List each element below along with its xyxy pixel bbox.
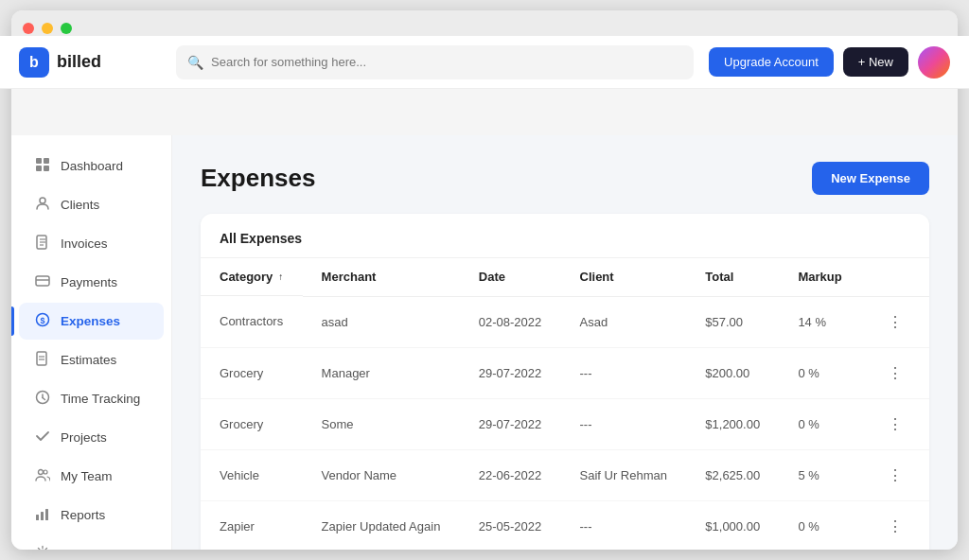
cell-client: Asad xyxy=(561,296,687,347)
sidebar: Dashboard Clients xyxy=(11,135,172,550)
sidebar-item-dashboard[interactable]: Dashboard xyxy=(19,148,164,184)
logo-icon: b xyxy=(19,47,49,78)
clients-icon xyxy=(34,196,51,214)
svg-line-18 xyxy=(43,398,45,400)
table-row: Grocery Some 29-07-2022 --- $1,200.00 0 … xyxy=(201,398,929,449)
cell-merchant: Vendor Name xyxy=(303,449,460,500)
cell-more: ⋮ xyxy=(861,296,929,347)
topbar-actions: Upgrade Account + New xyxy=(709,46,950,79)
sidebar-label-clients: Clients xyxy=(61,198,99,212)
settings-icon xyxy=(34,545,51,550)
svg-rect-9 xyxy=(36,276,49,286)
cell-more: ⋮ xyxy=(861,449,929,500)
cell-client: --- xyxy=(561,398,687,449)
sidebar-item-clients[interactable]: Clients xyxy=(19,186,164,223)
new-button[interactable]: + New xyxy=(843,47,908,77)
logo-text: billed xyxy=(57,52,101,72)
cell-more: ⋮ xyxy=(861,398,929,449)
avatar[interactable] xyxy=(918,46,950,79)
cell-category: Vehicle xyxy=(201,449,303,500)
svg-rect-22 xyxy=(41,512,44,520)
sidebar-label-settings: Settings xyxy=(61,547,107,550)
expenses-table: Category ↑ Merchant Date Client Total Ma… xyxy=(201,258,929,550)
payments-icon xyxy=(34,273,51,291)
table-row: Zapier Zapier Updated Again 25-05-2022 -… xyxy=(201,500,929,550)
row-more-button[interactable]: ⋮ xyxy=(880,463,910,488)
row-more-button[interactable]: ⋮ xyxy=(880,360,910,386)
sidebar-item-projects[interactable]: Projects xyxy=(19,419,164,456)
svg-point-19 xyxy=(39,470,44,475)
cell-merchant: Manager xyxy=(303,347,460,398)
search-input[interactable] xyxy=(211,55,682,69)
cell-date: 29-07-2022 xyxy=(460,398,561,449)
col-total[interactable]: Total xyxy=(686,258,779,296)
sidebar-label-payments: Payments xyxy=(61,275,117,289)
cell-date: 25-05-2022 xyxy=(460,500,561,550)
topbar: b billed 🔍 Upgrade Account + New xyxy=(11,36,958,89)
table-section-title: All Expenses xyxy=(201,214,929,258)
app-window: b billed 🔍 Upgrade Account + New xyxy=(11,10,958,550)
content-area: Expenses New Expense All Expenses Catego… xyxy=(172,135,958,550)
sidebar-label-reports: Reports xyxy=(61,508,105,522)
cell-total: $1,000.00 xyxy=(686,500,779,550)
sidebar-item-estimates[interactable]: Estimates xyxy=(19,341,164,378)
sidebar-item-expenses[interactable]: $ Expenses xyxy=(19,303,164,340)
search-bar[interactable]: 🔍 xyxy=(176,45,694,79)
sidebar-item-settings[interactable]: Settings xyxy=(19,535,164,550)
svg-point-20 xyxy=(44,470,47,474)
cell-markup: 0 % xyxy=(779,398,860,449)
upgrade-button[interactable]: Upgrade Account xyxy=(709,47,834,77)
sidebar-label-my-team: My Team xyxy=(61,469,113,483)
sidebar-label-dashboard: Dashboard xyxy=(61,159,123,173)
cell-total: $2,625.00 xyxy=(686,449,779,500)
cell-client: --- xyxy=(561,500,687,550)
table-row: Contractors asad 02-08-2022 Asad $57.00 … xyxy=(201,296,929,347)
svg-rect-0 xyxy=(36,158,42,164)
estimates-icon xyxy=(34,351,51,369)
minimize-button[interactable] xyxy=(42,23,53,34)
time-tracking-icon xyxy=(34,390,51,408)
cell-total: $57.00 xyxy=(686,296,779,347)
sidebar-label-estimates: Estimates xyxy=(61,353,116,367)
cell-category: Contractors xyxy=(201,296,303,347)
col-markup[interactable]: Markup xyxy=(779,258,860,296)
col-date[interactable]: Date xyxy=(460,258,561,296)
svg-point-4 xyxy=(40,198,45,203)
maximize-button[interactable] xyxy=(61,23,72,34)
expenses-icon: $ xyxy=(34,312,51,330)
col-merchant[interactable]: Merchant xyxy=(303,258,460,296)
close-button[interactable] xyxy=(23,23,34,34)
sidebar-label-projects: Projects xyxy=(61,430,107,445)
cell-category: Grocery xyxy=(201,347,303,398)
dashboard-icon xyxy=(34,157,51,175)
svg-rect-1 xyxy=(44,158,49,164)
col-client[interactable]: Client xyxy=(561,258,687,296)
sort-icon: ↑ xyxy=(278,271,283,282)
cell-merchant: asad xyxy=(303,296,460,347)
projects-icon xyxy=(34,429,51,446)
col-category[interactable]: Category ↑ xyxy=(201,258,303,296)
svg-rect-21 xyxy=(36,515,39,520)
page-title: Expenses xyxy=(201,164,315,193)
sidebar-item-reports[interactable]: Reports xyxy=(19,497,164,534)
sidebar-item-time-tracking[interactable]: Time Tracking xyxy=(19,380,164,417)
cell-markup: 14 % xyxy=(779,296,860,347)
sidebar-item-my-team[interactable]: My Team xyxy=(19,458,164,495)
cell-merchant: Zapier Updated Again xyxy=(303,500,460,550)
invoices-icon xyxy=(34,235,51,253)
new-expense-button[interactable]: New Expense xyxy=(812,162,929,195)
cell-merchant: Some xyxy=(303,398,460,449)
svg-rect-13 xyxy=(37,352,46,365)
row-more-button[interactable]: ⋮ xyxy=(880,411,910,437)
sidebar-item-invoices[interactable]: Invoices xyxy=(19,225,164,262)
cell-total: $1,200.00 xyxy=(686,398,779,449)
table-row: Grocery Manager 29-07-2022 --- $200.00 0… xyxy=(201,347,929,398)
cell-more: ⋮ xyxy=(861,347,929,398)
row-more-button[interactable]: ⋮ xyxy=(880,309,910,335)
search-icon: 🔍 xyxy=(187,55,203,70)
sidebar-item-payments[interactable]: Payments xyxy=(19,264,164,301)
sidebar-label-invoices: Invoices xyxy=(61,236,108,251)
svg-rect-3 xyxy=(44,166,49,171)
content-header: Expenses New Expense xyxy=(201,162,929,195)
row-more-button[interactable]: ⋮ xyxy=(880,514,910,539)
